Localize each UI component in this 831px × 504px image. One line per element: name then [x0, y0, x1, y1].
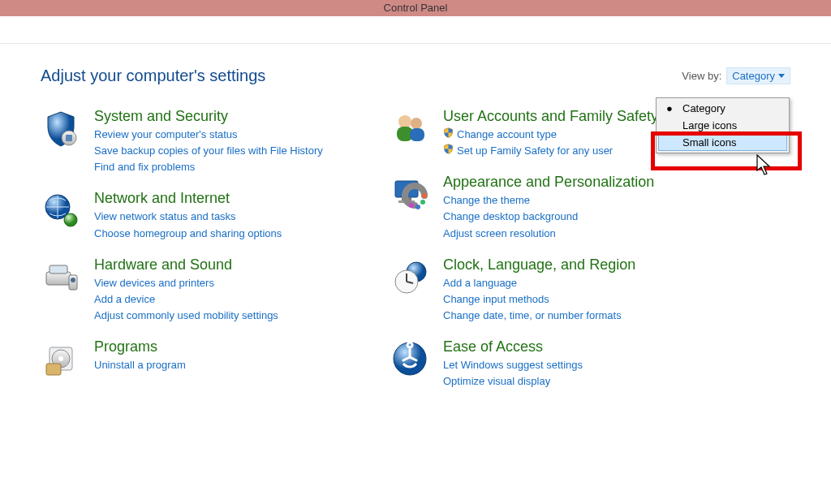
category-link[interactable]: Find and fix problems: [94, 159, 323, 175]
link-text: Adjust screen resolution: [443, 226, 556, 242]
category-link[interactable]: Choose homegroup and sharing options: [94, 226, 282, 242]
hardware-sound-icon: [41, 256, 81, 297]
system-security-icon: [41, 108, 81, 149]
svg-point-19: [422, 193, 427, 198]
toolbar-blank: [0, 16, 831, 44]
category-body: ProgramsUninstall a program: [94, 338, 186, 379]
category-body: Network and InternetView network status …: [94, 190, 282, 241]
viewby-control: View by: Category: [682, 67, 790, 84]
link-text: Add a language: [443, 275, 517, 291]
viewby-menu-item-large-icons[interactable]: Large icons: [658, 117, 787, 134]
svg-point-21: [416, 205, 420, 209]
link-text: Change account type: [457, 127, 557, 143]
svg-point-10: [58, 356, 63, 361]
menu-item-label: Category: [682, 102, 726, 114]
category-title[interactable]: Appearance and Personalization: [443, 174, 654, 191]
category-link[interactable]: Review your computer's status: [94, 127, 323, 143]
svg-point-12: [398, 115, 411, 128]
link-text: Let Windows suggest settings: [443, 357, 583, 373]
link-text: Change date, time, or number formats: [443, 308, 622, 324]
viewby-selected-text: Category: [732, 70, 775, 82]
viewby-menu-item-small-icons[interactable]: Small icons: [658, 134, 787, 151]
viewby-menu-item-category[interactable]: ● Category: [658, 100, 787, 117]
category-title[interactable]: Ease of Access: [443, 338, 583, 355]
svg-point-7: [71, 278, 75, 282]
viewby-label: View by:: [682, 70, 721, 82]
link-text: Find and fix problems: [94, 159, 195, 175]
category-link[interactable]: Uninstall a program: [94, 357, 186, 373]
viewby-menu: ● Category Large icons Small icons: [656, 97, 790, 153]
menu-item-label: Large icons: [682, 119, 737, 131]
svg-rect-11: [46, 364, 61, 375]
link-text: Change desktop background: [443, 209, 578, 225]
network-internet-icon: [41, 190, 81, 230]
category-link[interactable]: View network status and tasks: [94, 209, 282, 225]
category-link[interactable]: Change account type: [443, 127, 658, 143]
link-text: Set up Family Safety for any user: [457, 143, 613, 159]
category-link[interactable]: Adjust commonly used mobility settings: [94, 308, 278, 324]
menu-item-label: Small icons: [682, 136, 736, 149]
category-link[interactable]: Change desktop background: [443, 209, 654, 225]
radio-selected-icon: ●: [663, 102, 676, 114]
link-text: View devices and printers: [94, 275, 214, 291]
category-link[interactable]: View devices and printers: [94, 275, 278, 291]
link-text: Uninstall a program: [94, 357, 186, 373]
appearance-icon: [390, 174, 430, 214]
category-block: Clock, Language, and RegionAdd a languag…: [390, 256, 730, 324]
link-text: View network status and tasks: [94, 209, 236, 225]
uac-shield-icon: [443, 127, 454, 143]
category-block: Hardware and SoundView devices and print…: [41, 256, 373, 324]
category-body: User Accounts and Family Safety Change a…: [443, 108, 658, 159]
category-title[interactable]: Hardware and Sound: [94, 256, 278, 274]
content-area: Adjust your computer's settings View by:…: [0, 44, 831, 390]
chevron-down-icon: [778, 74, 785, 78]
category-link[interactable]: Let Windows suggest settings: [443, 357, 583, 373]
category-link[interactable]: Adjust screen resolution: [443, 226, 654, 242]
window-title: Control Panel: [0, 0, 831, 16]
svg-point-3: [64, 213, 77, 226]
clock-region-icon: [390, 256, 430, 297]
category-block: System and SecurityReview your computer'…: [41, 108, 373, 175]
svg-point-20: [420, 200, 425, 205]
category-title[interactable]: Programs: [94, 338, 186, 355]
header-row: Adjust your computer's settings View by:…: [41, 67, 790, 85]
category-block: ProgramsUninstall a program: [41, 338, 373, 379]
link-text: Adjust commonly used mobility settings: [94, 308, 278, 324]
category-block: Network and InternetView network status …: [41, 190, 373, 241]
category-link[interactable]: Set up Family Safety for any user: [443, 143, 658, 159]
category-body: System and SecurityReview your computer'…: [94, 108, 323, 175]
category-title[interactable]: Clock, Language, and Region: [443, 256, 635, 274]
link-text: Add a device: [94, 291, 155, 308]
link-text: Save backup copies of your files with Fi…: [94, 143, 323, 159]
link-text: Choose homegroup and sharing options: [94, 226, 282, 242]
uac-shield-icon: [443, 143, 454, 159]
viewby-dropdown-button[interactable]: Category: [726, 67, 790, 84]
category-title[interactable]: System and Security: [94, 108, 323, 125]
page-title: Adjust your computer's settings: [41, 67, 265, 85]
svg-rect-5: [50, 265, 67, 274]
category-body: Hardware and SoundView devices and print…: [94, 256, 278, 324]
category-body: Ease of AccessLet Windows suggest settin…: [443, 338, 583, 390]
category-link[interactable]: Optimize visual display: [443, 373, 583, 390]
category-body: Clock, Language, and RegionAdd a languag…: [443, 256, 635, 324]
svg-rect-1: [66, 135, 72, 141]
ease-of-access-icon: [390, 338, 430, 379]
programs-icon: [41, 338, 81, 379]
category-link[interactable]: Add a language: [443, 275, 635, 291]
category-title[interactable]: User Accounts and Family Safety: [443, 108, 658, 125]
link-text: Optimize visual display: [443, 373, 550, 390]
category-body: Appearance and PersonalizationChange the…: [443, 174, 654, 241]
svg-point-14: [411, 118, 422, 129]
category-link[interactable]: Change the theme: [443, 192, 654, 209]
category-link[interactable]: Change input methods: [443, 291, 635, 308]
svg-rect-15: [410, 128, 424, 141]
svg-point-22: [409, 203, 414, 208]
category-title[interactable]: Network and Internet: [94, 190, 282, 207]
link-text: Change input methods: [443, 291, 549, 308]
category-block: Appearance and PersonalizationChange the…: [390, 174, 730, 241]
category-link[interactable]: Add a device: [94, 291, 278, 308]
category-link[interactable]: Change date, time, or number formats: [443, 308, 635, 324]
link-text: Change the theme: [443, 192, 530, 209]
user-accounts-icon: [390, 108, 430, 149]
category-link[interactable]: Save backup copies of your files with Fi…: [94, 143, 323, 159]
